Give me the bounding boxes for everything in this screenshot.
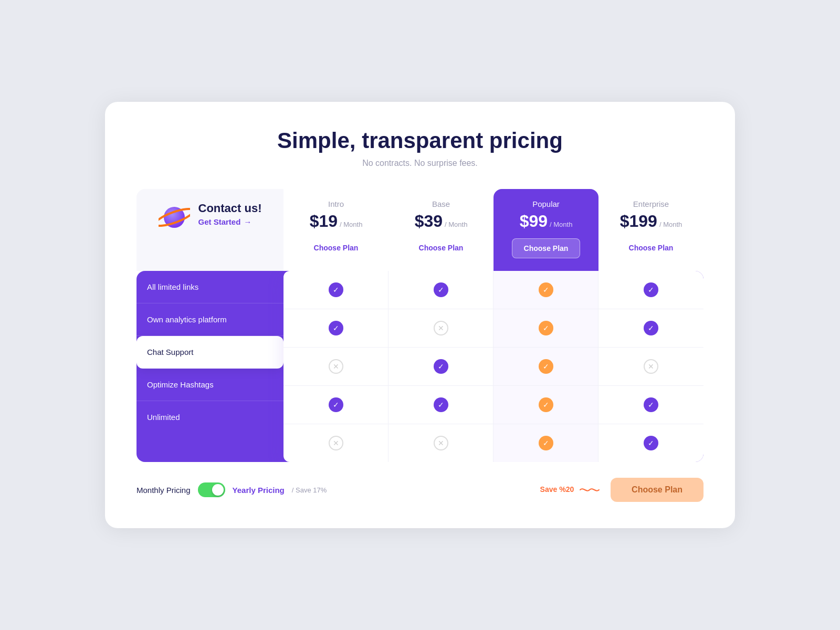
save-text: / Save 17%	[292, 486, 327, 494]
feat-enterprise-1: ✓	[598, 309, 704, 347]
feature-row-0: ✓ ✓ ✓ ✓	[284, 271, 704, 309]
check-icon: ✓	[539, 282, 553, 297]
squiggle-icon	[579, 485, 600, 495]
feat-intro-4: ✕	[284, 424, 388, 462]
check-icon: ✓	[434, 282, 448, 297]
monthly-label: Monthly Pricing	[136, 486, 191, 495]
cross-icon: ✕	[329, 359, 343, 374]
page-subtitle: No contracts. No surprise fees.	[136, 159, 704, 168]
yearly-label: Yearly Pricing	[233, 486, 285, 495]
cross-icon: ✕	[329, 436, 343, 450]
feature-row-3: ✓ ✓ ✓ ✓	[284, 386, 704, 424]
cross-icon: ✕	[434, 436, 448, 450]
toggle-knob	[212, 484, 224, 496]
feat-base-3: ✓	[388, 386, 494, 424]
save-badge: Save %20	[540, 485, 601, 495]
feat-base-2: ✓	[388, 348, 494, 385]
feat-enterprise-0: ✓	[598, 271, 704, 309]
plan-headers: Contact us! Get Started → Intro $19 / Mo…	[136, 189, 704, 271]
choose-plan-enterprise[interactable]: Choose Plan	[617, 238, 685, 257]
check-icon: ✓	[329, 397, 343, 412]
feat-base-1: ✕	[388, 309, 494, 347]
feat-popular-1: ✓	[494, 309, 598, 347]
choose-plan-intro[interactable]: Choose Plan	[302, 238, 370, 257]
plan-name-intro: Intro	[328, 200, 344, 208]
plan-header-base: Base $39 / Month Choose Plan	[388, 189, 494, 271]
check-icon: ✓	[644, 397, 658, 412]
feat-popular-0: ✓	[494, 271, 598, 309]
check-icon: ✓	[644, 436, 658, 450]
cross-icon: ✕	[644, 359, 658, 374]
feat-enterprise-2: ✕	[598, 348, 704, 385]
feat-enterprise-4: ✓	[598, 424, 704, 462]
plan-header-popular: Popular $99 / Month Choose Plan	[494, 189, 598, 271]
plan-price-enterprise: $199 / Month	[620, 212, 682, 231]
contact-header: Contact us! Get Started →	[136, 189, 284, 271]
feat-popular-2: ✓	[494, 348, 598, 385]
feat-intro-3: ✓	[284, 386, 388, 424]
pricing-card: Simple, transparent pricing No contracts…	[105, 102, 735, 528]
plan-price-base: $39 / Month	[415, 212, 468, 231]
feature-label-1: Own analytics platform	[136, 303, 284, 336]
contact-text: Contact us! Get Started →	[198, 202, 262, 226]
plan-name-base: Base	[432, 200, 450, 208]
feat-intro-1: ✓	[284, 309, 388, 347]
contact-title: Contact us!	[198, 202, 262, 215]
cross-icon: ✕	[434, 321, 448, 335]
check-icon: ✓	[539, 359, 553, 374]
pricing-toggle-switch[interactable]	[198, 482, 225, 497]
pricing-toggle: Monthly Pricing Yearly Pricing / Save 17…	[136, 482, 327, 497]
planet-icon	[159, 202, 190, 233]
feat-base-4: ✕	[388, 424, 494, 462]
feat-popular-4: ✓	[494, 424, 598, 462]
check-icon: ✓	[644, 282, 658, 297]
page-title: Simple, transparent pricing	[136, 128, 704, 153]
feature-checks: ✓ ✓ ✓ ✓ ✓	[284, 271, 704, 462]
check-icon: ✓	[539, 436, 553, 450]
feat-intro-0: ✓	[284, 271, 388, 309]
check-icon: ✓	[539, 397, 553, 412]
check-icon: ✓	[329, 321, 343, 335]
check-icon: ✓	[539, 321, 553, 335]
plan-header-intro: Intro $19 / Month Choose Plan	[284, 189, 388, 271]
plan-name-enterprise: Enterprise	[633, 200, 669, 208]
feature-row-1: ✓ ✕ ✓ ✓	[284, 309, 704, 348]
feature-labels: All limited links Own analytics platform…	[136, 271, 284, 462]
feat-intro-2: ✕	[284, 348, 388, 385]
check-icon: ✓	[434, 359, 448, 374]
feat-popular-3: ✓	[494, 386, 598, 424]
feature-row-4: ✕ ✕ ✓ ✓	[284, 424, 704, 462]
footer-row: Monthly Pricing Yearly Pricing / Save 17…	[136, 478, 704, 502]
choose-plan-popular[interactable]: Choose Plan	[512, 238, 581, 258]
choose-plan-footer-button[interactable]: Choose Plan	[611, 478, 704, 502]
check-icon: ✓	[644, 321, 658, 335]
plan-header-enterprise: Enterprise $199 / Month Choose Plan	[598, 189, 704, 271]
feature-label-3: Optimize Hashtags	[136, 369, 284, 401]
feature-label-4: Unlimited	[136, 401, 284, 433]
feature-label-0: All limited links	[136, 271, 284, 303]
page-header: Simple, transparent pricing No contracts…	[136, 128, 704, 168]
plan-name-popular: Popular	[532, 200, 560, 208]
check-icon: ✓	[329, 282, 343, 297]
feature-label-2: Chat Support	[136, 336, 284, 369]
feat-enterprise-3: ✓	[598, 386, 704, 424]
footer-right: Save %20 Choose Plan	[540, 478, 704, 502]
plan-price-popular: $99 / Month	[520, 212, 573, 231]
feature-row-2: ✕ ✓ ✓ ✕	[284, 348, 704, 386]
choose-plan-base[interactable]: Choose Plan	[407, 238, 475, 257]
pricing-table: Contact us! Get Started → Intro $19 / Mo…	[136, 189, 704, 462]
feat-base-0: ✓	[388, 271, 494, 309]
features-table: All limited links Own analytics platform…	[136, 271, 704, 462]
get-started-link[interactable]: Get Started →	[198, 217, 262, 226]
check-icon: ✓	[434, 397, 448, 412]
plan-price-intro: $19 / Month	[310, 212, 363, 231]
